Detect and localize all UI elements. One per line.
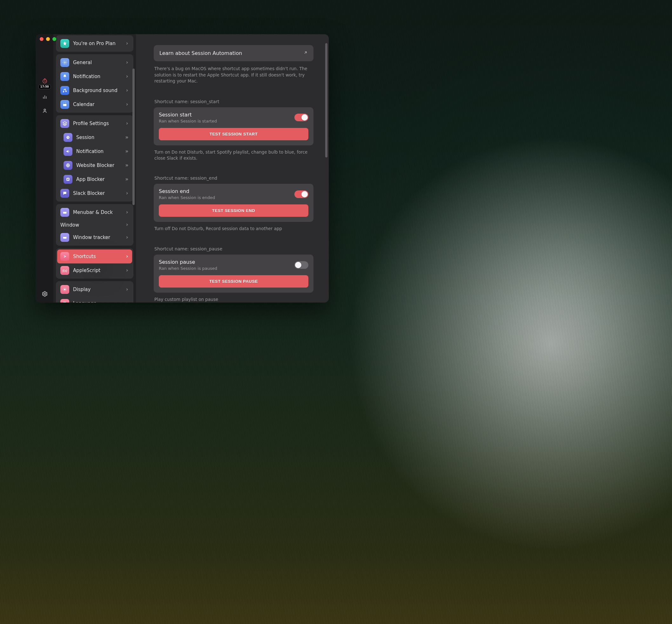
chevron-right-icon — [125, 301, 129, 303]
sidebar-group-profile: Profile Settings Session Notification We… — [56, 115, 133, 202]
sidebar-group-plan: You're on Pro Plan — [56, 35, 133, 52]
sidebar-item-general[interactable]: General — [57, 55, 132, 70]
sidebar-scrollbar[interactable] — [132, 37, 135, 299]
navigation-rail: 17:50 — [36, 34, 53, 303]
brightness-icon — [60, 285, 69, 294]
svg-point-1 — [44, 109, 45, 110]
chevron-right-icon — [125, 41, 129, 47]
scrollbar-thumb[interactable] — [325, 43, 327, 157]
chevron-right-icon — [125, 60, 129, 66]
sidebar-item-language[interactable]: Language — [57, 296, 132, 303]
sidebar-group-automation: Shortcuts f(x) AppleScript — [56, 248, 133, 279]
shortcuts-icon — [60, 252, 69, 261]
content-scrollbar[interactable] — [325, 37, 327, 299]
chevron-right-icon — [125, 209, 129, 215]
learn-automation-link[interactable]: Learn about Session Automation — [154, 45, 314, 61]
sidebar-item-label: AppleScript — [73, 267, 100, 273]
sidebar-item-label: Session — [76, 135, 94, 140]
sidebar-item-display[interactable]: Display — [57, 283, 132, 296]
shortcut-card-header: Session start Ran when Session is starte… — [159, 112, 308, 124]
rail-settings-button[interactable] — [39, 290, 51, 303]
chevrons-right-icon — [124, 149, 129, 155]
gear-icon — [42, 291, 48, 297]
settings-sidebar: You're on Pro Plan General Notification … — [53, 34, 136, 303]
chat-icon — [60, 189, 69, 198]
shortcut-name-label: Shortcut name: session_pause — [154, 246, 313, 251]
sidebar-item-website-blocker[interactable]: Website Blocker — [57, 158, 132, 172]
appblock-icon — [64, 175, 72, 184]
sidebar-item-notification[interactable]: Notification — [57, 70, 132, 83]
chevron-right-icon — [125, 121, 129, 127]
sidebar-item-background-sound[interactable]: Background sound — [57, 83, 132, 98]
sidebar-item-slack-blocker[interactable]: Slack Blocker — [57, 186, 132, 200]
svg-rect-11 — [63, 211, 67, 212]
close-window-button[interactable] — [40, 37, 44, 41]
layers-icon — [60, 119, 69, 128]
test-session-start-button[interactable]: TEST SESSION START — [159, 128, 308, 140]
gear-icon — [60, 58, 69, 67]
sidebar-item-window-tracker[interactable]: Window tracker — [57, 230, 132, 244]
sidebar-item-profile-notification[interactable]: Notification — [57, 145, 132, 158]
sidebar-item-label: Language — [73, 301, 97, 303]
shortcut-description: Play custom playlist on pause — [154, 296, 313, 303]
chevron-right-icon — [125, 235, 129, 241]
sidebar-item-app-blocker[interactable]: App Blocker — [57, 172, 132, 186]
bug-note: There's a bug on MacOS where shortcut ap… — [154, 66, 313, 84]
test-session-pause-button[interactable]: TEST SESSION PAUSE — [159, 275, 308, 288]
sidebar-item-label: App Blocker — [76, 177, 105, 182]
shortcut-subtitle: Ran when Session is started — [159, 119, 217, 124]
shortcut-name-label: Shortcut name: session_start — [154, 99, 313, 104]
sidebar-item-window[interactable]: Window — [57, 219, 132, 230]
shortcut-title: Session pause — [159, 259, 217, 265]
arrow-out-icon — [303, 50, 308, 56]
sidebar-item-shortcuts[interactable]: Shortcuts — [57, 250, 132, 263]
svg-rect-14 — [63, 236, 67, 237]
svg-rect-5 — [63, 103, 67, 104]
calendar-icon — [60, 100, 69, 109]
timer-value: 17:50 — [39, 84, 51, 89]
fullscreen-window-button[interactable] — [52, 37, 56, 41]
sidebar-item-menubar-dock[interactable]: Menubar & Dock — [57, 205, 132, 219]
chevrons-right-icon — [124, 177, 129, 182]
sidebar-item-applescript[interactable]: f(x) AppleScript — [57, 263, 132, 278]
sidebar-item-session[interactable]: Session — [57, 130, 132, 145]
sidebar-item-label: Notification — [76, 149, 103, 154]
shortcut-card-session-pause: Session pause Ran when Session is paused… — [154, 255, 314, 293]
clocksquare-icon — [64, 133, 72, 142]
megaphone-icon — [64, 147, 72, 156]
content-scroll-area[interactable]: Learn about Session Automation There's a… — [136, 34, 329, 303]
rail-analytics-button[interactable] — [39, 90, 51, 103]
sidebar-item-plan[interactable]: You're on Pro Plan — [57, 36, 132, 50]
shortcut-title: Session start — [159, 112, 217, 118]
learn-automation-title: Learn about Session Automation — [159, 50, 242, 56]
bars-icon — [42, 94, 48, 100]
shortcut-toggle-session-start[interactable] — [294, 114, 308, 121]
svg-point-2 — [44, 293, 45, 295]
sidebar-group-ui: Menubar & Dock Window Window tracker — [56, 204, 133, 246]
shortcut-subtitle: Ran when Session is paused — [159, 266, 217, 271]
sidebar-item-calendar[interactable]: Calendar — [57, 98, 132, 111]
test-session-end-button[interactable]: TEST SESSION END — [159, 204, 308, 217]
timer-indicator[interactable]: 17:50 — [39, 78, 51, 89]
chevron-right-icon — [125, 254, 129, 260]
sidebar-item-profile-settings[interactable]: Profile Settings — [57, 116, 132, 130]
sidebar-item-label: Profile Settings — [73, 121, 109, 126]
chevron-right-icon — [125, 222, 129, 228]
sidebar-item-label: Slack Blocker — [73, 190, 105, 196]
sidebar-item-label: Display — [73, 287, 91, 292]
shortcut-toggle-session-end[interactable] — [294, 190, 308, 198]
svg-point-15 — [64, 288, 66, 290]
minimize-window-button[interactable] — [46, 37, 50, 41]
shortcut-toggle-session-pause[interactable] — [294, 261, 308, 269]
rail-profile-button[interactable] — [39, 104, 51, 117]
shortcut-description: Turn on Do not Disturb, start Spotify pl… — [154, 149, 313, 161]
preferences-window: 17:50 You're on Pro Plan — [36, 34, 329, 303]
chevrons-right-icon — [124, 135, 129, 140]
scrollbar-thumb[interactable] — [132, 69, 135, 205]
sidebar-item-label: Window — [60, 222, 79, 228]
window-traffic-lights — [40, 37, 56, 41]
sidebar-group-display: Display Language — [56, 281, 133, 303]
language-icon — [60, 299, 69, 303]
sidebar-item-label: Background sound — [73, 87, 118, 93]
sidebar-item-label: Notification — [73, 74, 100, 79]
